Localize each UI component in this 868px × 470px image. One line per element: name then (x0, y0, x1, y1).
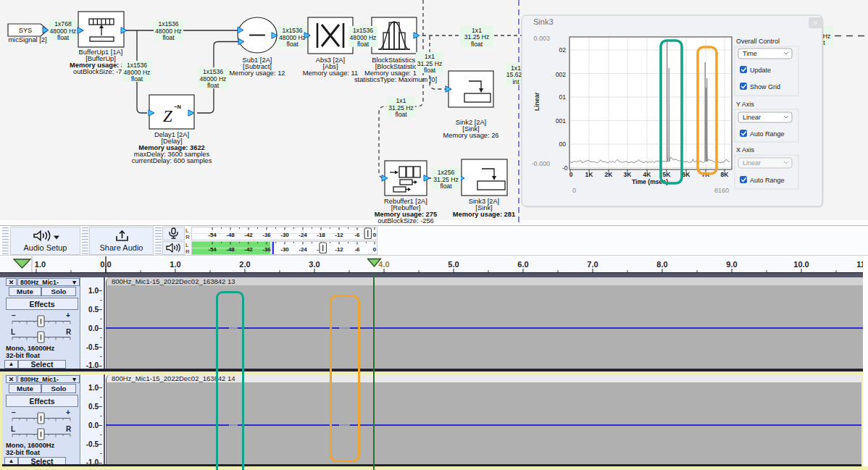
svg-text:1x1536: 1x1536 (127, 62, 147, 69)
svg-text:00: 00 (559, 140, 567, 148)
svg-text:-6: -6 (354, 246, 360, 253)
svg-text:31.25 Hz: 31.25 Hz (433, 176, 458, 183)
svg-text:4.0: 4.0 (378, 260, 389, 269)
svg-text:1K: 1K (585, 171, 594, 178)
svg-text:1.0: 1.0 (35, 260, 46, 269)
svg-text:1x256: 1x256 (438, 169, 455, 176)
svg-text:1x1536: 1x1536 (282, 27, 302, 34)
svg-text:Auto Range: Auto Range (750, 130, 785, 138)
svg-text:2K: 2K (605, 171, 614, 178)
svg-text:Linear: Linear (743, 159, 761, 167)
svg-text:−N: −N (174, 104, 181, 110)
svg-text:float: float (395, 111, 407, 118)
svg-text:Linear: Linear (743, 114, 761, 121)
svg-text:02: 02 (559, 46, 567, 54)
svg-text:outBlockSize: -78: outBlockSize: -78 (73, 68, 125, 75)
svg-text:1.0: 1.0 (170, 260, 180, 269)
svg-text:−: − (12, 313, 16, 319)
svg-text:R: R (66, 426, 72, 433)
svg-text:-36: -36 (262, 232, 271, 238)
svg-text:-54: -54 (208, 246, 217, 253)
svg-text:float: float (471, 41, 483, 48)
svg-text:Memory usage: 26: Memory usage: 26 (443, 132, 499, 139)
svg-text:1x1536: 1x1536 (353, 27, 373, 34)
svg-text:1x1536: 1x1536 (203, 68, 223, 75)
svg-text:-42: -42 (244, 232, 253, 238)
svg-text:-30: -30 (280, 246, 289, 253)
svg-text:1x1: 1x1 (425, 53, 435, 60)
svg-text:Overall Control: Overall Control (736, 38, 780, 45)
svg-text:11: 11 (856, 260, 863, 269)
svg-text:48000 Hz: 48000 Hz (200, 75, 227, 83)
svg-text:3.0: 3.0 (309, 260, 320, 269)
svg-text:0.003: 0.003 (533, 35, 550, 42)
svg-text:3K: 3K (624, 171, 633, 178)
svg-text:48000 Hz: 48000 Hz (50, 28, 77, 35)
svg-text:float: float (440, 182, 452, 190)
svg-text:7.0: 7.0 (587, 260, 598, 269)
svg-text:-36: -36 (262, 246, 271, 253)
svg-text:1x1: 1x1 (472, 27, 482, 34)
svg-text:-0.000: -0.000 (531, 160, 550, 167)
svg-text:002: 002 (556, 71, 566, 78)
svg-text:-42: -42 (244, 246, 253, 253)
svg-text:-6: -6 (354, 232, 360, 238)
svg-text:48000 Hz: 48000 Hz (155, 28, 182, 35)
svg-text:-18: -18 (317, 232, 325, 238)
svg-text:10.0: 10.0 (793, 260, 809, 269)
svg-text:2.0: 2.0 (239, 260, 250, 269)
svg-text:Auto Range: Auto Range (750, 177, 785, 184)
svg-text:L: L (11, 329, 15, 336)
svg-text:outBlockSize: -256: outBlockSize: -256 (377, 217, 434, 224)
svg-text:float: float (357, 41, 370, 48)
svg-text:X Axis: X Axis (736, 146, 755, 154)
svg-text:float: float (131, 75, 143, 83)
svg-text:5.0: 5.0 (448, 260, 459, 269)
svg-text:float: float (162, 34, 175, 41)
svg-text:SYS: SYS (19, 27, 33, 34)
svg-text:01: 01 (559, 93, 567, 101)
svg-text:5K: 5K (663, 171, 672, 178)
svg-text:-12: -12 (335, 246, 343, 253)
svg-text:Update: Update (750, 67, 771, 74)
svg-text:0: 0 (569, 171, 573, 178)
svg-text:8K: 8K (721, 171, 730, 178)
svg-text:-24: -24 (299, 232, 307, 238)
svg-text:6.0: 6.0 (517, 260, 528, 269)
svg-text:1x1: 1x1 (511, 64, 521, 72)
svg-text:0: 0 (572, 187, 576, 194)
svg-text:1x1536: 1x1536 (158, 20, 178, 28)
svg-text:-12: -12 (335, 232, 343, 238)
svg-text:-30: -30 (280, 232, 289, 238)
svg-text:31.25 Hz: 31.25 Hz (388, 104, 413, 112)
svg-text:Y Axis: Y Axis (736, 101, 754, 108)
svg-text:-24: -24 (299, 246, 307, 253)
svg-text:-0: -0 (562, 164, 568, 172)
svg-text:-54: -54 (208, 232, 217, 238)
svg-text:currentDelay: 600 samples: currentDelay: 600 samples (132, 157, 212, 164)
svg-text:Memory usage: 11: Memory usage: 11 (303, 70, 358, 77)
svg-text:1x768: 1x768 (54, 20, 72, 28)
svg-text:48000 Hz: 48000 Hz (350, 34, 377, 41)
svg-text:9.0: 9.0 (726, 260, 737, 269)
svg-text:0: 0 (373, 232, 377, 238)
svg-text:micSignal [2]: micSignal [2] (8, 36, 46, 43)
svg-text:−: − (12, 410, 16, 416)
svg-text:Linear: Linear (533, 92, 541, 111)
svg-text:float: float (286, 41, 299, 48)
svg-text:31.25 Hz: 31.25 Hz (464, 33, 489, 41)
svg-text:-48: -48 (226, 246, 235, 253)
svg-text:Time: Time (743, 50, 757, 57)
svg-text:R: R (66, 329, 72, 336)
svg-text:8.0: 8.0 (656, 260, 667, 269)
svg-text:L: L (11, 426, 15, 433)
svg-text:float: float (207, 82, 220, 89)
svg-text:statisticsType: Maximum [0]: statisticsType: Maximum [0] (354, 76, 437, 83)
svg-text:001: 001 (556, 117, 566, 125)
svg-text:Memory usage: 12: Memory usage: 12 (230, 70, 285, 77)
svg-text:✕: ✕ (813, 20, 819, 27)
svg-text:Memory usage: 281: Memory usage: 281 (453, 211, 515, 218)
svg-text:-48: -48 (226, 232, 235, 238)
svg-text:Z: Z (163, 107, 172, 125)
svg-text:48000 Hz: 48000 Hz (124, 69, 151, 76)
